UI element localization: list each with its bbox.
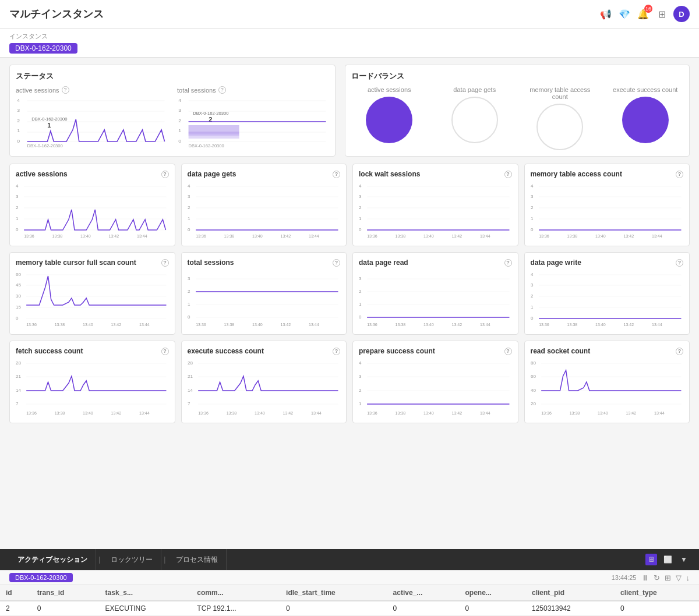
panel-data-page-write-title: data page write ? [531,259,684,267]
svg-text:13:44: 13:44 [480,411,490,415]
svg-text:13:38: 13:38 [55,411,65,415]
svg-text:13:44: 13:44 [480,323,490,327]
svg-text:3: 3 [16,194,19,199]
load-section: ロードバランス active sessions data page gets m… [345,65,690,157]
panel-info-icon-8[interactable]: ? [676,259,683,267]
panel-data-page-write-svg: 4 3 2 1 0 13:36 13:38 13:40 [531,270,684,328]
svg-text:1: 1 [531,305,534,310]
page-title: マルチインスタンス [9,7,104,21]
svg-text:14: 14 [16,388,22,393]
svg-text:0: 0 [188,314,190,320]
svg-text:0: 0 [359,227,362,232]
panel-lock-wait-sessions: lock wait sessions ? 4 3 2 1 0 [352,164,518,246]
svg-text:DBX-0-162-20300: DBX-0-162-20300 [31,116,67,122]
svg-text:13:42: 13:42 [452,323,463,327]
svg-text:13:44: 13:44 [480,234,490,238]
svg-text:13:44: 13:44 [308,323,319,327]
active-sessions-svg: 4 3 2 1 0 [16,96,168,148]
svg-text:13:40: 13:40 [595,323,606,327]
svg-text:1: 1 [16,216,19,221]
svg-text:0: 0 [531,316,534,321]
info-icon-2[interactable]: ? [218,86,226,94]
panel-info-icon-10[interactable]: ? [333,348,340,355]
svg-text:2: 2 [531,293,534,299]
load-chart-active-sessions: active sessions [351,86,428,150]
svg-text:13:36: 13:36 [367,323,377,327]
grid-icon[interactable]: ⊞ [655,7,669,21]
svg-text:0: 0 [531,227,534,232]
status-title: ステータス [16,71,329,82]
panel-lock-wait-title: lock wait sessions ? [359,170,512,178]
panel-active-sessions-svg: 4 3 2 1 0 13:36 13:38 13:40 [16,182,169,240]
panel-fetch-title: fetch success count ? [16,347,169,355]
svg-text:7: 7 [16,401,19,406]
svg-text:13:36: 13:36 [26,323,37,327]
panel-prepare-success: prepare success count ? 4 3 2 1 13:3 [352,341,518,423]
avatar[interactable]: D [673,6,690,22]
panel-lock-wait-svg: 4 3 2 1 0 13:36 13:38 13:40 [359,182,512,240]
panel-info-icon-4[interactable]: ? [676,171,683,178]
svg-text:1: 1 [188,216,190,221]
total-sessions-chart-area: 4 3 2 1 0 DBX-0-162-20300 [177,96,329,148]
panel-data-page-read-title: data page read ? [359,259,512,267]
svg-text:1: 1 [359,216,362,221]
svg-text:13:44: 13:44 [308,234,319,238]
panel-info-icon[interactable]: ? [161,171,169,178]
svg-text:13:38: 13:38 [396,234,406,238]
circle-execute-success [622,97,669,143]
svg-text:4: 4 [188,183,190,189]
megaphone-icon[interactable]: 📢 [599,7,613,21]
panels-row3: fetch success count ? 28 21 14 7 13: [9,341,690,423]
panel-execute-svg: 28 21 14 7 13:36 13:38 13:40 13:42 13:4 [188,359,341,417]
svg-text:4: 4 [359,360,362,366]
svg-text:0: 0 [17,138,20,144]
svg-text:13:44: 13:44 [651,323,662,327]
panel-info-icon-11[interactable]: ? [504,348,512,355]
svg-text:13:40: 13:40 [252,323,263,327]
panel-info-icon-2[interactable]: ? [333,171,340,178]
svg-text:0: 0 [16,227,19,232]
panel-data-page-write: data page write ? 4 3 2 1 0 [524,252,690,335]
svg-text:2: 2 [178,118,181,123]
panel-info-icon-7[interactable]: ? [504,259,512,267]
svg-text:13:36: 13:36 [367,234,377,238]
panel-data-page-gets-svg: 4 3 2 1 0 13:36 13:38 13:40 [188,182,341,240]
bell-icon[interactable]: 🔔 16 [636,7,650,21]
svg-text:13:36: 13:36 [541,411,552,415]
svg-text:14: 14 [188,388,193,393]
mini-chart-total-sessions: total sessions ? 4 3 2 1 0 [177,86,329,148]
svg-text:3: 3 [188,194,190,199]
svg-text:1: 1 [178,128,181,133]
svg-text:DBX-0-162-20300: DBX-0-162-20300 [27,143,63,148]
svg-text:1: 1 [188,302,190,307]
info-icon[interactable]: ? [62,86,69,94]
svg-text:3: 3 [359,374,362,379]
panel-info-icon-5[interactable]: ? [161,259,169,267]
svg-text:2: 2 [531,205,534,210]
panel-info-icon-6[interactable]: ? [333,259,340,267]
svg-text:0: 0 [178,138,181,144]
panel-data-page-read-chart: 3 2 1 0 13:36 13:38 13:40 13:42 13:44 [359,270,512,328]
status-section: ステータス active sessions ? 4 3 [9,65,336,157]
svg-text:4: 4 [178,97,181,103]
diamond-icon[interactable]: 💎 [617,7,631,21]
svg-text:DBX-0-162-20300: DBX-0-162-20300 [193,111,228,116]
total-sessions-svg: 4 3 2 1 0 DBX-0-162-20300 [177,96,329,148]
panel-info-icon-3[interactable]: ? [504,171,512,178]
svg-text:13:44: 13:44 [654,411,665,415]
panel-memory-cursor-svg: 60 45 30 15 0 13:36 13:38 13:40 [16,270,169,328]
panel-total-sessions-title: total sessions ? [188,259,341,267]
svg-text:13:38: 13:38 [52,234,63,238]
instance-tag[interactable]: DBX-0-162-20300 [9,43,77,54]
panel-data-page-write-chart: 4 3 2 1 0 13:36 13:38 13:40 [531,270,684,328]
svg-text:1: 1 [17,128,20,133]
panel-info-icon-12[interactable]: ? [676,348,683,355]
svg-text:13:44: 13:44 [137,234,147,238]
load-data-page-title: data page gets [453,86,496,93]
panel-info-icon-9[interactable]: ? [161,348,169,355]
svg-text:3: 3 [188,276,190,281]
svg-rect-28 [189,134,239,136]
svg-text:1: 1 [47,122,51,129]
svg-text:13:40: 13:40 [423,323,434,327]
svg-text:3: 3 [531,194,534,199]
